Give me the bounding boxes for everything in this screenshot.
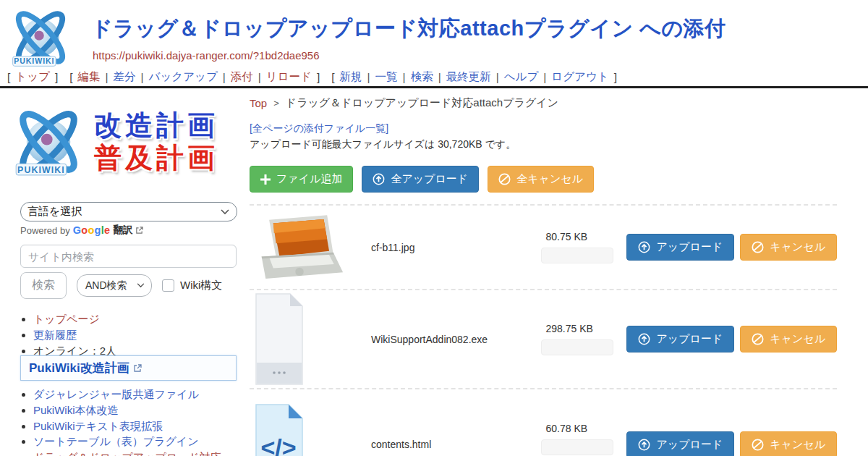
wiki-syntax-option: Wiki構文 [162,279,222,292]
separator: | [543,71,546,84]
bracket: ] [55,71,58,84]
nav-item-list[interactable]: 一覧 [375,69,398,85]
sidebar-link-text-ext[interactable]: PukiWikiテキスト表現拡張 [33,420,163,432]
file-row: </> contents.html 60.78 KB アップロード [250,388,837,456]
ban-icon [498,173,511,185]
sidebar-link-core-mod[interactable]: PukiWiki本体改造 [33,404,119,416]
nav-item-logout[interactable]: ログアウト [551,69,608,85]
nav-item-backup[interactable]: バックアップ [149,69,218,85]
search-controls: 検索 AND検索 Wiki構文 [20,272,222,299]
breadcrumb-top-link[interactable]: Top [250,97,267,109]
upload-all-button[interactable]: 全アップロード [362,166,479,193]
sidebar-link-sort-table[interactable]: ソートテーブル（表）プラグイン [33,435,199,447]
separator: | [403,71,406,84]
translate-link[interactable]: 翻訳 [113,224,132,237]
upload-label: アップロード [656,438,723,452]
logo-badge-text: PUKIWIKI [14,56,54,65]
file-thumbnail [255,293,370,385]
nav-item-help[interactable]: ヘルプ [504,69,539,85]
atom-icon: PUKIWIKI [6,101,91,182]
add-file-label: ファイル追加 [276,172,342,186]
list-item: PukiWikiテキスト表現拡張 [33,420,243,434]
file-name: cf-b11.jpg [370,242,541,253]
wiki-syntax-label: Wiki構文 [180,279,222,292]
language-select-value: 言語を選択 [27,205,82,219]
logo-badge-text: PUKIWIKI [17,165,65,175]
cancel-button[interactable]: キャンセル [740,431,837,456]
ban-icon [752,241,764,253]
wiki-syntax-checkbox[interactable] [162,279,174,292]
separator: | [438,71,441,84]
cancel-all-label: 全キャンセル [516,172,583,186]
search-mode-select[interactable]: AND検索 [77,274,152,297]
upload-button[interactable]: アップロード [626,234,734,261]
google-letter: G [73,224,82,236]
nav-item-search[interactable]: 検索 [411,69,433,85]
file-name: WikiSupportAddin082.exe [370,334,541,345]
nav-item-recent[interactable]: 最終更新 [446,69,491,85]
progress-bar [541,248,613,263]
cancel-button[interactable]: キャンセル [740,326,837,352]
progress-bar [541,339,613,355]
all-attachments-link[interactable]: [全ページの添付ファイル一覧] [250,122,388,135]
file-name: contents.html [370,439,541,450]
file-actions: アップロード キャンセル [626,234,837,261]
google-logo: Google [73,224,111,236]
sidebar-link-common-files[interactable]: ダジャレンジャー版共通ファイル [33,388,199,400]
nav-item-attach[interactable]: 添付 [231,69,253,85]
upload-button[interactable]: アップロード [626,326,734,352]
max-upload-size-text: アップロード可能最大ファイルサイズは 30,720KB です。 [250,138,516,151]
sidebar-banner-logo[interactable]: PUKIWIKI 改造計画 普及計画 [6,100,246,184]
file-thumbnail: </> [255,404,370,456]
cancel-label: キャンセル [770,240,825,254]
file-actions: アップロード キャンセル [626,326,837,352]
sidebar-link-history[interactable]: 更新履歴 [33,329,77,341]
file-size: 60.78 KB [541,423,615,434]
sidebar-link-toppage[interactable]: トップページ [33,313,100,325]
nav-item-new[interactable]: 新規 [340,69,362,85]
list-item: トップページ [33,313,243,326]
list-item: ソートテーブル（表）プラグイン [33,435,243,449]
cancel-label: キャンセル [770,332,825,346]
upload-label: アップロード [656,240,723,254]
upload-button[interactable]: アップロード [626,431,734,456]
file-row: cf-b11.jpg 80.75 KB アップロード [250,204,837,289]
code-glyph: </> [260,434,296,456]
code-file-icon: </> [255,404,303,456]
pukiwiki-kaizou-box: PukiWiki改造計画 [20,355,237,381]
chevron-down-icon [137,283,145,288]
nav-item-top[interactable]: トップ [15,69,50,85]
separator: | [496,71,499,84]
upload-label: アップロード [656,332,723,346]
search-button[interactable]: 検索 [20,272,67,299]
file-size: 298.75 KB [541,323,615,334]
language-select[interactable]: 言語を選択 [20,202,237,221]
pukiwiki-kaizou-link[interactable]: PukiWiki改造計画 [29,360,129,376]
list-item: PukiWiki本体改造 [33,404,243,418]
cancel-button[interactable]: キャンセル [740,234,837,261]
separator: | [258,71,261,84]
page-title: ドラッグ＆ドロップアップロード対応attachプラグイン への添付 [91,14,726,43]
powered-by-text: Powered by [20,225,70,236]
bracket: ] [317,71,320,84]
nav-item-diff[interactable]: 差分 [114,69,136,85]
separator: | [141,71,144,84]
nav-item-edit[interactable]: 編集 [78,69,101,85]
search-mode-value: AND検索 [85,279,127,292]
page-url-link[interactable]: https://pukiwiki.dajya-ranger.com/?1bd2d… [93,49,320,62]
nav-group-top: [ トップ ] [7,69,58,85]
top-navbar: [ トップ ] [ 編集 | 差分 | バックアップ | 添付 | リロード ]… [7,69,617,85]
site-search-input[interactable] [20,245,237,268]
sidebar-link-dnd-attach[interactable]: ドラッグ＆ドロップアップロード対応attachプラグイン [33,451,221,456]
banner-line-fukyuu: 普及計画 [94,142,218,174]
sidebar-links-top: トップページ 更新履歴 オンライン：2人 [33,313,243,360]
add-file-button[interactable]: ファイル追加 [250,166,353,193]
header-divider [0,86,868,88]
pukiwiki-atom-logo[interactable]: PUKIWIKI [6,3,75,72]
external-link-icon [135,227,143,235]
cancel-all-button[interactable]: 全キャンセル [488,166,594,193]
generic-file-icon [255,293,303,385]
banner-line-kaizou: 改造計画 [94,109,218,142]
bracket: [ [7,71,10,84]
nav-item-reload[interactable]: リロード [266,69,312,85]
